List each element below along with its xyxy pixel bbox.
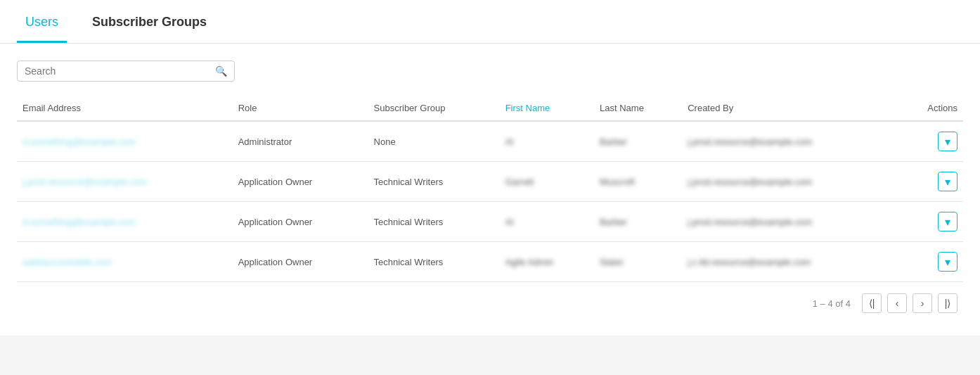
cell-email-3: aabbaccountable.com (17, 242, 233, 282)
col-actions: Actions (898, 96, 963, 121)
table-body: d.something@example.com Administrator No… (17, 121, 963, 282)
action-button-0[interactable]: ▾ (938, 132, 958, 151)
users-table: Email Address Role Subscriber Group Firs… (17, 96, 963, 282)
cell-last-name-0: Barber (594, 121, 682, 162)
cell-actions-3: ▾ (898, 242, 963, 282)
table-row: d.something@example.com Administrator No… (17, 121, 963, 162)
cell-first-name-2: Al (500, 202, 594, 242)
col-created-by: Created By (682, 96, 898, 121)
pagination: 1 – 4 of 4 ⟨| ‹ › |⟩ (17, 282, 963, 319)
cell-actions-2: ▾ (898, 202, 963, 242)
cell-email-1: j.prod.resource@example.com (17, 162, 233, 202)
cell-created-by-1: j.prod.resource@example.com (682, 162, 898, 202)
search-box: 🔍 (17, 61, 235, 82)
prev-page-button[interactable]: ‹ (887, 293, 907, 313)
cell-subscriber-group-0: None (368, 121, 500, 162)
cell-role-3: Application Owner (233, 242, 368, 282)
col-role: Role (233, 96, 368, 121)
main-content: 🔍 Email Address Role Subscriber Group Fi… (0, 44, 980, 336)
cell-role-1: Application Owner (233, 162, 368, 202)
cell-last-name-3: Slater (594, 242, 682, 282)
cell-last-name-2: Barber (594, 202, 682, 242)
search-input[interactable] (25, 65, 215, 77)
table-row: d.something@example.com Application Owne… (17, 202, 963, 242)
col-subscriber-group: Subscriber Group (368, 96, 500, 121)
table-row: j.prod.resource@example.com Application … (17, 162, 963, 202)
cell-actions-1: ▾ (898, 162, 963, 202)
cell-first-name-3: Agile Admin (500, 242, 594, 282)
cell-subscriber-group-2: Technical Writers (368, 202, 500, 242)
cell-first-name-0: Al (500, 121, 594, 162)
page-range: 1 – 4 of 4 (813, 298, 851, 309)
tab-subscriber-groups[interactable]: Subscriber Groups (84, 4, 215, 43)
col-last-name: Last Name (594, 96, 682, 121)
col-first-name[interactable]: First Name (500, 96, 594, 121)
action-button-1[interactable]: ▾ (938, 172, 958, 191)
cell-created-by-2: j.prod.resource@example.com (682, 202, 898, 242)
cell-created-by-0: j.prod.resource@example.com (682, 121, 898, 162)
cell-subscriber-group-3: Technical Writers (368, 242, 500, 282)
top-navigation: Users Subscriber Groups (0, 0, 980, 44)
tab-users[interactable]: Users (17, 4, 67, 43)
action-button-2[interactable]: ▾ (938, 212, 958, 231)
table-header: Email Address Role Subscriber Group Firs… (17, 96, 963, 121)
action-button-3[interactable]: ▾ (938, 252, 958, 272)
first-page-button[interactable]: ⟨| (862, 293, 882, 313)
cell-last-name-1: Muscroft (594, 162, 682, 202)
cell-email-0: d.something@example.com (17, 121, 233, 162)
table-row: aabbaccountable.com Application Owner Te… (17, 242, 963, 282)
last-page-button[interactable]: |⟩ (938, 293, 958, 313)
cell-first-name-1: Garrett (500, 162, 594, 202)
cell-role-2: Application Owner (233, 202, 368, 242)
cell-email-2: d.something@example.com (17, 202, 233, 242)
cell-created-by-3: j.c.ltd.resource@example.com (682, 242, 898, 282)
search-icon: 🔍 (215, 65, 227, 77)
cell-role-0: Administrator (233, 121, 368, 162)
search-wrapper: 🔍 (17, 61, 963, 82)
col-email: Email Address (17, 96, 233, 121)
next-page-button[interactable]: › (913, 293, 932, 313)
cell-subscriber-group-1: Technical Writers (368, 162, 500, 202)
cell-actions-0: ▾ (898, 121, 963, 162)
